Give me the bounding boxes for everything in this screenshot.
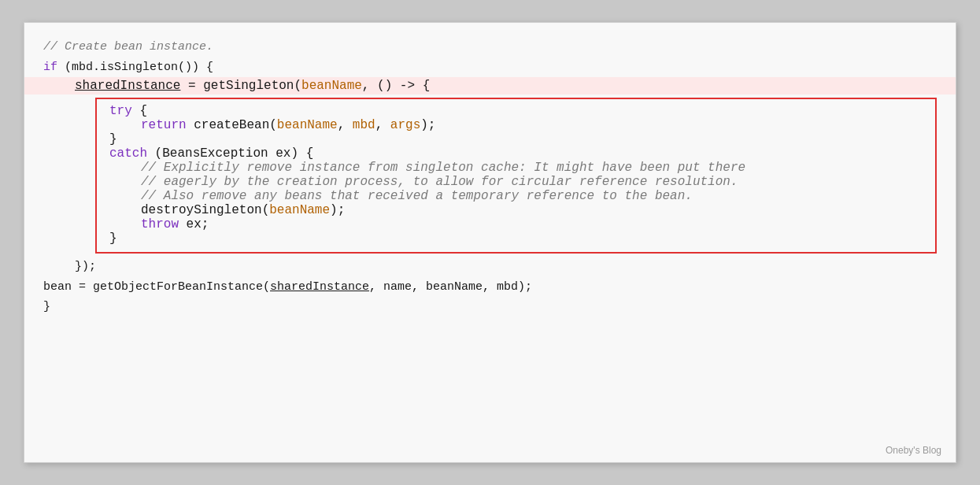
- highlighted-line: sharedInstance = getSingleton( beanName …: [24, 77, 956, 94]
- catch-close-brace: }: [109, 231, 117, 246]
- line-catch-close: }: [109, 231, 923, 246]
- close-paren-2: });: [75, 257, 96, 277]
- kw-if: if: [43, 57, 57, 78]
- comment-1: // Explicitly remove instance from singl…: [141, 161, 745, 175]
- create-bean-call: createBean(: [187, 118, 277, 132]
- try-brace: {: [132, 104, 147, 118]
- line-close-paren: });: [43, 257, 937, 277]
- code-block-after: }); bean = getObjectForBeanInstance( sha…: [24, 257, 956, 317]
- code-block: // Create bean instance. if (mbd.isSingl…: [24, 37, 956, 77]
- line-comment-2: // eagerly by the creation process, to a…: [109, 175, 923, 189]
- line-try: try {: [109, 104, 923, 118]
- kw-try: try: [109, 104, 132, 118]
- shared-instance-ref: sharedInstance: [270, 277, 369, 298]
- line-destroy: destroySingleton( beanName );: [109, 203, 923, 217]
- final-close-brace: }: [43, 297, 50, 317]
- plain-1: (mbd.isSingleton()) {: [57, 57, 213, 78]
- kw-catch: catch: [109, 146, 147, 161]
- try-close-brace: }: [109, 132, 117, 146]
- catch-paren: (BeansException ex) {: [147, 146, 313, 161]
- line-shared-instance: sharedInstance = getSingleton( beanName …: [43, 79, 937, 93]
- assign-op: = getSingleton(: [180, 79, 301, 93]
- throw-ex: ex;: [179, 217, 209, 231]
- destroy-close: );: [330, 203, 345, 217]
- line-final-close: }: [43, 297, 937, 317]
- bean-assign-rest: , name, beanName, mbd);: [369, 277, 532, 298]
- kw-return: return: [141, 118, 187, 132]
- line-throw: throw ex;: [109, 217, 923, 231]
- shared-instance-label: sharedInstance: [75, 79, 180, 93]
- line-catch: catch (BeansException ex) {: [109, 146, 923, 161]
- line-bean-assign: bean = getObjectForBeanInstance( sharedI…: [43, 277, 937, 298]
- blog-credit: Oneby's Blog: [886, 445, 941, 456]
- param-beanname-2: beanName: [277, 118, 338, 132]
- param-args: args: [390, 118, 420, 132]
- line-return: return createBean( beanName , mbd , args…: [109, 118, 923, 132]
- line-try-close: }: [109, 132, 923, 146]
- comma-lambda: , () -> {: [362, 79, 430, 93]
- line-comment-1: // Explicitly remove instance from singl…: [109, 161, 923, 175]
- param-beanname-1: beanName: [301, 79, 362, 93]
- param-beanname-3: beanName: [269, 203, 330, 217]
- red-box-block: try { return createBean( beanName , mbd …: [95, 98, 937, 254]
- close-paren-1: );: [420, 118, 435, 132]
- comment-text: // Create bean instance.: [43, 37, 213, 57]
- line-comment-create: // Create bean instance.: [43, 37, 937, 57]
- code-window: // Create bean instance. if (mbd.isSingl…: [24, 22, 956, 463]
- comma-3: ,: [375, 118, 390, 132]
- comma-2: ,: [338, 118, 353, 132]
- comment-2: // eagerly by the creation process, to a…: [141, 175, 738, 189]
- line-comment-3: // Also remove any beans that received a…: [109, 189, 923, 203]
- line-if-singleton: if (mbd.isSingleton()) {: [43, 57, 937, 78]
- param-mbd: mbd: [353, 118, 375, 132]
- kw-throw: throw: [141, 217, 179, 231]
- bean-assign-text: bean = getObjectForBeanInstance(: [43, 277, 270, 298]
- destroy-call: destroySingleton(: [141, 203, 269, 217]
- comment-3: // Also remove any beans that received a…: [141, 189, 693, 203]
